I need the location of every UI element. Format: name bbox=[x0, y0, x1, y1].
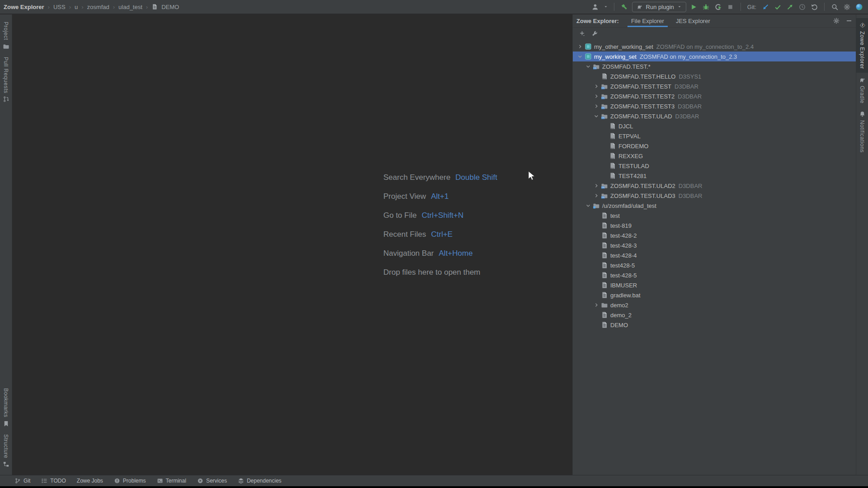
statusbar-item-label: Terminal bbox=[166, 478, 186, 484]
tree-row[interactable]: MEMREXXEG bbox=[573, 151, 856, 161]
statusbar-item-git[interactable]: Git bbox=[14, 478, 30, 484]
chevron-down-icon[interactable] bbox=[603, 2, 609, 11]
history-icon[interactable] bbox=[797, 2, 807, 11]
add-working-set-button[interactable] bbox=[578, 30, 586, 38]
run-button[interactable] bbox=[689, 2, 698, 11]
tree-row[interactable]: MEMDJCL bbox=[573, 121, 856, 131]
tree-row[interactable]: my_other_working_setZOSMFAD on my_connec… bbox=[573, 42, 856, 52]
tree-row[interactable]: DSZOSMFAD.TEST.ULAD2D3DBAR bbox=[573, 181, 856, 191]
tree-row[interactable]: test bbox=[573, 211, 856, 221]
statusbar-item-todo[interactable]: TODO bbox=[41, 478, 66, 484]
tree-row[interactable]: DSZOSMFAD.TEST.ULAD3D3DBAR bbox=[573, 191, 856, 201]
empty-editor-shortcuts: Search EverywhereDouble ShiftProject Vie… bbox=[383, 168, 497, 282]
chevron-spacer bbox=[601, 172, 608, 179]
tree-row[interactable]: my_working_setZOSMFAD on my_connection_t… bbox=[573, 52, 856, 61]
tree-item-label: test-428-5 bbox=[610, 272, 637, 279]
tree-row[interactable]: MEMTEST4281 bbox=[573, 171, 856, 181]
chevron-right-icon[interactable] bbox=[593, 83, 600, 90]
tab-file-explorer[interactable]: File Explorer bbox=[625, 14, 670, 27]
text-file-icon bbox=[601, 262, 608, 269]
search-everywhere-button[interactable] bbox=[830, 2, 839, 11]
tree-row[interactable]: DEMO bbox=[573, 320, 856, 330]
tree-row[interactable]: test-428-4 bbox=[573, 250, 856, 260]
debug-button[interactable] bbox=[702, 2, 711, 11]
tree-row[interactable]: MEMFORDEMO bbox=[573, 141, 856, 151]
tree-row[interactable]: DSZOSMFAD.TEST.TESTD3DBAR bbox=[573, 81, 856, 91]
rollback-button[interactable] bbox=[810, 2, 819, 11]
tree-row[interactable]: test-428-5 bbox=[573, 270, 856, 280]
chevron-right-icon[interactable] bbox=[593, 301, 600, 309]
stripe-item-gradle[interactable]: Gradle bbox=[856, 73, 868, 107]
tree-row[interactable]: DSZOSMFAD.TEST.* bbox=[573, 61, 856, 71]
chevron-spacer bbox=[593, 262, 600, 269]
breadcrumb-item[interactable]: USS bbox=[53, 4, 66, 10]
svg-text:DS: DS bbox=[602, 186, 604, 188]
statusbar-item-zowe-jobs[interactable]: Zowe Jobs bbox=[77, 478, 103, 484]
panel-hide-icon[interactable] bbox=[845, 17, 853, 24]
breadcrumb-item[interactable]: ulad_test bbox=[118, 4, 142, 10]
stop-button[interactable] bbox=[726, 2, 735, 11]
window-bottom-edge bbox=[0, 486, 868, 488]
tree-row[interactable]: IBMUSER bbox=[573, 280, 856, 290]
stripe-item-project[interactable]: Project bbox=[0, 18, 12, 53]
git-commit-button[interactable] bbox=[773, 2, 782, 11]
statusbar-item-dependencies[interactable]: Dependencies bbox=[238, 478, 282, 484]
run-coverage-button[interactable] bbox=[714, 2, 723, 11]
breadcrumb-item[interactable]: DEMO bbox=[161, 4, 179, 10]
statusbar-item-services[interactable]: Services bbox=[197, 478, 227, 484]
tree-row[interactable]: MEMTESTULAD bbox=[573, 161, 856, 171]
user-icon[interactable] bbox=[591, 2, 600, 11]
git-push-button[interactable] bbox=[785, 2, 794, 11]
run-config-combo[interactable]: Run plugin bbox=[632, 2, 686, 12]
edit-working-sets-button[interactable] bbox=[590, 30, 599, 38]
panel-settings-icon[interactable] bbox=[833, 17, 840, 24]
chevron-down-icon[interactable] bbox=[576, 53, 584, 60]
chevron-right-icon[interactable] bbox=[593, 93, 600, 100]
folder-icon bbox=[601, 301, 608, 309]
chevron-down-icon[interactable] bbox=[593, 113, 600, 120]
tree-row[interactable]: test-428-3 bbox=[573, 240, 856, 250]
git-update-button[interactable] bbox=[761, 2, 770, 11]
ide-globe-icon[interactable] bbox=[854, 2, 863, 11]
tree-row[interactable]: MEMETPVAL bbox=[573, 131, 856, 141]
tree-row[interactable]: DSZOSMFAD.TEST.TEST3D3DBAR bbox=[573, 101, 856, 111]
chevron-right-icon[interactable] bbox=[593, 103, 600, 110]
tree-row[interactable]: test-819 bbox=[573, 221, 856, 230]
shortcut-row: Recent FilesCtrl+E bbox=[383, 225, 497, 244]
tree-row[interactable]: MEMZOSMFAD.TEST.HELLOD3SYS1 bbox=[573, 71, 856, 81]
stripe-item-bookmarks[interactable]: Bookmarks bbox=[0, 385, 12, 431]
member-file-icon: MEM bbox=[609, 142, 616, 150]
tab-jes-explorer[interactable]: JES Explorer bbox=[670, 14, 716, 27]
chevron-right-icon[interactable] bbox=[593, 192, 600, 199]
statusbar-item-problems[interactable]: Problems bbox=[114, 478, 146, 484]
tree-item-label: ZOSMFAD.TEST.HELLO bbox=[610, 73, 675, 80]
working-set-icon bbox=[585, 53, 592, 60]
breadcrumb-item[interactable]: u bbox=[75, 4, 78, 10]
error-circle-icon bbox=[114, 478, 120, 484]
tree-row[interactable]: DSZOSMFAD.TEST.ULADD3DBAR bbox=[573, 111, 856, 121]
stripe-item-pull-requests[interactable]: Pull Requests bbox=[0, 53, 12, 107]
chevron-right-icon[interactable] bbox=[593, 182, 600, 189]
statusbar-item-label: TODO bbox=[50, 478, 66, 484]
tree-row[interactable]: demo2 bbox=[573, 300, 856, 310]
tree-row[interactable]: gradlew.bat bbox=[573, 290, 856, 300]
panel-header: Zowe Explorer: File ExplorerJES Explorer bbox=[573, 14, 856, 28]
build-icon[interactable] bbox=[620, 2, 629, 11]
tree-item-label: DEMO bbox=[610, 322, 628, 328]
chevron-right-icon[interactable] bbox=[576, 43, 584, 50]
todo-list-icon bbox=[41, 478, 47, 484]
stripe-item-notifications[interactable]: Notifications bbox=[856, 107, 868, 156]
stripe-item-structure[interactable]: Structure bbox=[0, 431, 12, 471]
breadcrumb-item[interactable]: zosmfad bbox=[87, 4, 109, 10]
tree-row[interactable]: test-428-2 bbox=[573, 230, 856, 240]
stripe-item-zowe-explorer[interactable]: ZZowe Explorer bbox=[856, 18, 868, 73]
statusbar-item-terminal[interactable]: Terminal bbox=[157, 478, 186, 484]
breadcrumb-item[interactable]: Zowe Explorer bbox=[4, 4, 44, 10]
chevron-down-icon[interactable] bbox=[585, 202, 592, 209]
chevron-down-icon[interactable] bbox=[585, 63, 592, 70]
tree-row[interactable]: DSZOSMFAD.TEST.TEST2D3DBAR bbox=[573, 91, 856, 101]
tree-row[interactable]: test428-5 bbox=[573, 260, 856, 270]
tree-row[interactable]: /u/zosmfad/ulad_test bbox=[573, 201, 856, 211]
settings-button[interactable] bbox=[842, 2, 851, 11]
tree-row[interactable]: demo_2 bbox=[573, 310, 856, 320]
